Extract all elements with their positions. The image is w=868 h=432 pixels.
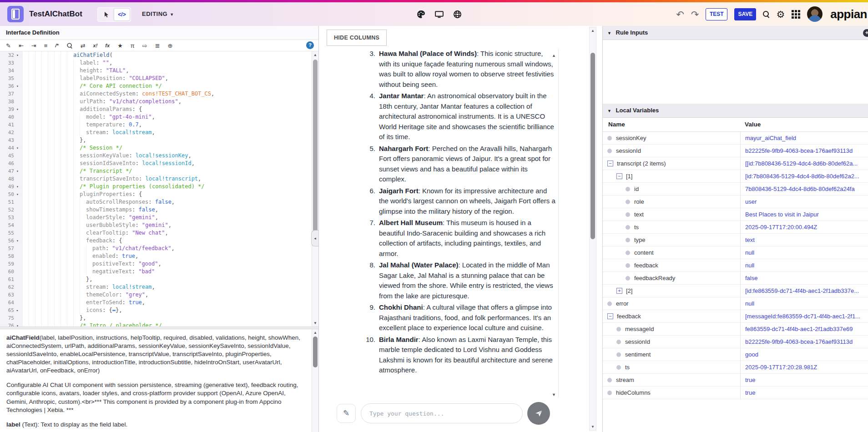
fold-toggle-icon[interactable]: ▸ — [15, 306, 22, 314]
variable-value[interactable]: 7b808436-5129-4dc4-8d6b-80def62a24fa — [740, 183, 868, 195]
outdent-icon[interactable]: ⇤ — [19, 43, 24, 49]
variable-value[interactable]: Best Places to visit in Jaipur — [740, 208, 868, 221]
code-mode-button[interactable]: </> — [114, 9, 130, 20]
middle-scrollbar-thumb[interactable] — [590, 53, 595, 239]
variable-value[interactable]: null — [740, 246, 868, 259]
collapse-node-icon[interactable]: − — [607, 161, 613, 166]
variable-row[interactable]: contentnull — [603, 246, 868, 259]
scroll-down-icon[interactable]: ▼ — [312, 321, 318, 325]
variable-value[interactable]: fe863559-dc71-4f4b-aec1-2f1adb337e69 — [740, 323, 868, 335]
web-icon[interactable]: ⊕ — [168, 43, 173, 49]
middle-scrollbar[interactable]: ▲ ▼ — [589, 27, 596, 431]
variable-row[interactable]: messageIdfe863559-dc71-4f4b-aec1-2f1adb3… — [603, 323, 868, 336]
fold-toggle-icon[interactable]: ▾ — [15, 183, 22, 191]
expand-node-icon[interactable]: + — [616, 288, 622, 294]
fold-toggle-icon[interactable]: ▾ — [15, 105, 22, 113]
send-button[interactable] — [527, 402, 550, 425]
expression-icon[interactable]: x! — [93, 43, 98, 48]
star-icon[interactable]: ★ — [117, 43, 123, 49]
gear-icon[interactable]: ⚙ — [776, 10, 785, 19]
search-icon[interactable] — [67, 43, 72, 48]
avatar[interactable] — [807, 6, 823, 22]
local-variables-header[interactable]: ▼ Local Variables — [603, 104, 868, 118]
add-rule-input-button[interactable]: + — [863, 29, 868, 37]
scroll-down-icon[interactable]: ▼ — [590, 425, 596, 429]
variable-row[interactable]: −feedback[messageId:fe863559-dc71-4f4b-a… — [603, 310, 868, 323]
editing-dropdown[interactable]: EDITING▼ — [142, 2, 174, 26]
variable-value[interactable]: null — [740, 297, 868, 310]
fold-toggle-icon[interactable]: ▾ — [15, 167, 22, 175]
fold-toggle-icon[interactable]: ▾ — [15, 322, 22, 327]
variable-value[interactable]: [id:7b808436-5129-4dc4-8d6b-80def62a2... — [740, 170, 868, 182]
variable-row[interactable]: ts2025-09-17T17:20:00.494Z — [603, 221, 868, 234]
variable-value[interactable]: user — [740, 196, 868, 208]
variable-value[interactable]: 2025-09-17T17:20:00.494Z — [740, 221, 868, 233]
new-chat-icon[interactable]: ✎ — [337, 404, 356, 423]
device-preview-icon[interactable] — [434, 10, 444, 19]
comment-icon[interactable]: /* — [55, 43, 58, 48]
variable-row[interactable]: −[1][id:7b808436-5129-4dc4-8d6b-80def62a… — [603, 170, 868, 183]
variable-value[interactable]: good — [740, 348, 868, 361]
fold-toggle-icon[interactable]: ▾ — [15, 191, 22, 198]
fold-toggle-icon[interactable]: ▾ — [15, 144, 22, 152]
fold-toggle-icon[interactable]: ▾ — [15, 237, 22, 245]
variable-row[interactable]: roleuser — [603, 196, 868, 208]
variable-row[interactable]: hideColumnstrue — [603, 387, 868, 399]
collapse-node-icon[interactable]: − — [616, 173, 622, 179]
variable-row[interactable]: feedbackReadyfalse — [603, 272, 868, 285]
theme-palette-icon[interactable] — [416, 10, 426, 19]
variable-row[interactable]: errornull — [603, 297, 868, 310]
code-scrollbar[interactable]: ▲ ▼ — [312, 51, 318, 327]
format-icon[interactable]: ✎ — [6, 43, 11, 49]
align-icon[interactable]: ≡ — [44, 43, 48, 49]
search-icon[interactable] — [763, 11, 769, 17]
pi-icon[interactable]: π — [131, 43, 135, 49]
variable-row[interactable]: −transcript (2 items)[[id:7b808436-5129-… — [603, 157, 868, 170]
save-button[interactable]: SAVE — [734, 8, 756, 20]
shuffle-icon[interactable]: ⇄ — [81, 43, 86, 49]
chat-question-input[interactable] — [361, 403, 523, 423]
variable-value[interactable]: false — [740, 272, 868, 284]
rule-inputs-header[interactable]: ▼ Rule Inputs + — [603, 26, 868, 40]
test-button[interactable]: TEST — [706, 8, 727, 20]
variable-row[interactable]: sessionKeymayur_aiChat_field — [603, 132, 868, 145]
variable-value[interactable]: b22225fe-9fb9-4063-bcea-176aef93113d — [740, 145, 868, 157]
apps-grid-icon[interactable] — [792, 10, 800, 19]
variable-value[interactable]: true — [740, 374, 868, 386]
collapse-left-panel-handle[interactable]: ◂ — [311, 230, 318, 246]
variable-row[interactable]: +[2][id:fe863559-dc71-4f4b-aec1-2f1adb33… — [603, 285, 868, 297]
chat-scroll-down-icon[interactable]: ▼ — [552, 392, 556, 397]
help-icon[interactable]: ? — [306, 41, 314, 49]
variable-value[interactable]: text — [740, 234, 868, 246]
variable-value[interactable]: [id:fe863559-dc71-4f4b-aec1-2f1adb337e..… — [740, 285, 868, 297]
variable-value[interactable]: [[id:7b808436-5129-4dc4-8d6b-80def62a... — [740, 157, 868, 170]
variable-value[interactable]: mayur_aiChat_field — [740, 132, 868, 144]
variable-value[interactable]: 2025-09-17T17:20:28.981Z — [740, 361, 868, 373]
variable-row[interactable]: streamtrue — [603, 374, 868, 387]
redo-button[interactable]: ↷ — [691, 10, 699, 19]
query-icon[interactable]: ≣ — [155, 43, 160, 49]
scroll-up-icon[interactable]: ▲ — [312, 53, 318, 57]
fold-toggle-icon[interactable]: ▾ — [15, 82, 22, 90]
variable-row[interactable]: ts2025-09-17T17:20:28.981Z — [603, 361, 868, 374]
function-icon[interactable]: fx — [105, 43, 110, 48]
variable-row[interactable]: sessionIdb22225fe-9fb9-4063-bcea-176aef9… — [603, 145, 868, 157]
variable-row[interactable]: id7b808436-5129-4dc4-8d6b-80def62a24fa — [603, 183, 868, 196]
code-scrollbar-thumb[interactable] — [313, 60, 318, 237]
indent-icon[interactable]: ⇥ — [31, 43, 36, 49]
variable-value[interactable]: null — [740, 259, 868, 271]
variable-value[interactable]: [messageId:fe863559-dc71-4f4b-aec1-2f1..… — [740, 310, 868, 322]
design-mode-button[interactable] — [99, 9, 114, 20]
scroll-up-icon[interactable]: ▲ — [590, 29, 596, 33]
hide-columns-button[interactable]: HIDE COLUMNS — [327, 30, 387, 46]
docs-scrollbar[interactable]: ▲ — [312, 329, 318, 432]
variable-value[interactable]: true — [740, 387, 868, 399]
undo-button[interactable]: ↶ — [676, 10, 684, 19]
fold-toggle-icon[interactable]: ▾ — [15, 51, 22, 59]
locale-globe-icon[interactable] — [453, 10, 462, 19]
variable-row[interactable]: sessionIdb22225fe-9fb9-4063-bcea-176aef9… — [603, 336, 868, 348]
variable-value[interactable]: b22225fe-9fb9-4063-bcea-176aef93113d — [740, 336, 868, 348]
variable-row[interactable]: typetext — [603, 234, 868, 246]
scroll-up-icon[interactable]: ▲ — [312, 331, 318, 336]
variable-row[interactable]: feedbacknull — [603, 259, 868, 272]
